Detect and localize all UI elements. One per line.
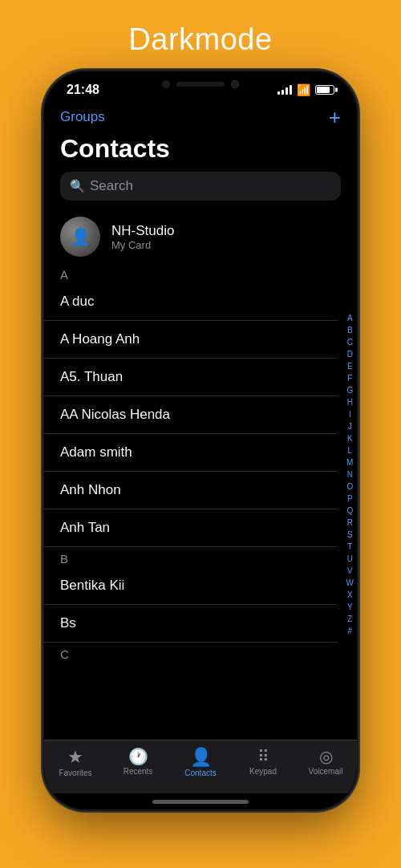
contact-bentika-kii[interactable]: Bentika Kii [44, 567, 338, 605]
status-icons: 📶 [277, 83, 334, 96]
battery-fill [317, 87, 330, 93]
notch [136, 71, 265, 97]
index-u[interactable]: U [347, 554, 353, 565]
search-placeholder: Search [90, 178, 133, 194]
contacts-tab-label: Contacts [184, 769, 216, 777]
index-g[interactable]: G [346, 385, 353, 396]
index-k[interactable]: K [347, 433, 353, 444]
index-b[interactable]: B [347, 325, 353, 336]
index-d[interactable]: D [347, 349, 353, 360]
index-p[interactable]: P [347, 493, 353, 505]
index-y[interactable]: Y [347, 602, 353, 613]
contacts-icon: 👤 [190, 748, 212, 766]
index-m[interactable]: M [346, 457, 353, 468]
index-q[interactable]: Q [346, 505, 353, 517]
contacts-list: 👤 NH-Studio My Card A A duc A Hoang Anh [44, 210, 357, 740]
contact-name: A Hoang Anh [60, 331, 140, 347]
index-c[interactable]: C [347, 337, 353, 348]
voicemail-icon: ◎ [319, 748, 333, 765]
index-w[interactable]: W [346, 578, 354, 589]
profile-name: NH-Studio [111, 223, 174, 239]
search-bar[interactable]: 🔍 Search [60, 172, 341, 201]
groups-button[interactable]: Groups [60, 109, 105, 125]
search-icon: 🔍 [70, 179, 85, 193]
contact-name: Adam smith [60, 444, 132, 460]
index-n[interactable]: N [347, 469, 353, 481]
tab-keypad[interactable]: ⠿ Keypad [239, 748, 287, 776]
recents-label: Recents [124, 767, 153, 776]
index-l[interactable]: L [347, 445, 352, 456]
index-v[interactable]: V [347, 566, 353, 577]
page-title: Darkmode [128, 22, 272, 57]
index-hash[interactable]: # [347, 626, 352, 637]
signal-bar-3 [286, 87, 288, 95]
profile-subtitle: My Card [111, 239, 174, 251]
section-header-c: C [44, 643, 338, 663]
contact-anh-nhon[interactable]: Anh Nhon [44, 472, 338, 509]
phone-frame: 21:48 📶 Groups + Contacts [44, 71, 357, 809]
favorites-icon: ★ [67, 748, 83, 766]
screen: 21:48 📶 Groups + Contacts [44, 71, 357, 809]
index-f[interactable]: F [347, 373, 352, 384]
contact-anh-tan[interactable]: Anh Tan [44, 509, 338, 547]
contact-bs[interactable]: Bs [44, 605, 338, 643]
avatar-image: 👤 [60, 217, 100, 257]
section-header-a: A [44, 263, 338, 283]
home-bar [152, 800, 249, 804]
index-i[interactable]: I [349, 409, 351, 420]
notch-dot-left [162, 80, 170, 88]
contact-name: Bs [60, 615, 76, 631]
wifi-icon: 📶 [297, 83, 310, 96]
my-card-row[interactable]: 👤 NH-Studio My Card [44, 210, 338, 263]
contact-name: AA Nicolas Henda [60, 407, 170, 423]
add-contact-button[interactable]: + [329, 107, 341, 128]
nav-header: Groups + [44, 103, 357, 134]
index-j[interactable]: J [348, 421, 352, 432]
avatar: 👤 [60, 217, 100, 257]
tab-voicemail[interactable]: ◎ Voicemail [302, 748, 350, 776]
contact-a-hoang-anh[interactable]: A Hoang Anh [44, 321, 338, 359]
index-r[interactable]: R [347, 517, 353, 529]
contact-name: Anh Tan [60, 520, 110, 536]
index-z[interactable]: Z [347, 614, 352, 625]
index-h[interactable]: H [347, 397, 353, 408]
keypad-icon: ⠿ [257, 748, 269, 765]
notch-line [176, 82, 225, 87]
index-a[interactable]: A [347, 313, 353, 324]
index-o[interactable]: O [346, 481, 353, 493]
home-indicator [44, 793, 357, 809]
profile-info: NH-Studio My Card [111, 223, 174, 251]
index-x[interactable]: X [347, 590, 353, 601]
recents-icon: 🕐 [128, 748, 148, 765]
notch-dot-right [231, 80, 239, 88]
keypad-label: Keypad [249, 767, 277, 776]
tab-recents[interactable]: 🕐 Recents [114, 748, 162, 776]
signal-icon [277, 85, 292, 95]
status-time: 21:48 [67, 83, 99, 97]
contact-name: A duc [60, 294, 95, 310]
battery-icon [315, 85, 334, 95]
voicemail-label: Voicemail [309, 767, 343, 776]
signal-bar-1 [277, 91, 280, 95]
tab-contacts[interactable]: 👤 Contacts [176, 748, 225, 777]
signal-bar-2 [282, 90, 284, 95]
contact-name: Bentika Kii [60, 578, 124, 594]
signal-bar-4 [290, 85, 292, 95]
contact-adam-smith[interactable]: Adam smith [44, 434, 338, 472]
index-s[interactable]: S [347, 529, 353, 541]
favorites-label: Favorites [59, 769, 91, 777]
tab-bar: ★ Favorites 🕐 Recents 👤 Contacts ⠿ Keypa… [44, 740, 357, 793]
section-header-b: B [44, 547, 338, 567]
contact-a5-thuan[interactable]: A5. Thuan [44, 359, 338, 396]
contact-name: Anh Nhon [60, 482, 121, 498]
tab-favorites[interactable]: ★ Favorites [51, 748, 99, 777]
index-t[interactable]: T [347, 541, 352, 553]
contacts-scroll: 👤 NH-Studio My Card A A duc A Hoang Anh [44, 210, 357, 740]
index-sidebar[interactable]: A B C D E F G H I J K L M N O P Q R S T [346, 210, 354, 740]
contacts-page-title: Contacts [44, 134, 357, 172]
contact-a-duc[interactable]: A duc [44, 283, 338, 321]
contact-name: A5. Thuan [60, 369, 123, 385]
index-e[interactable]: E [347, 361, 353, 372]
contact-aa-nicolas-henda[interactable]: AA Nicolas Henda [44, 396, 338, 434]
